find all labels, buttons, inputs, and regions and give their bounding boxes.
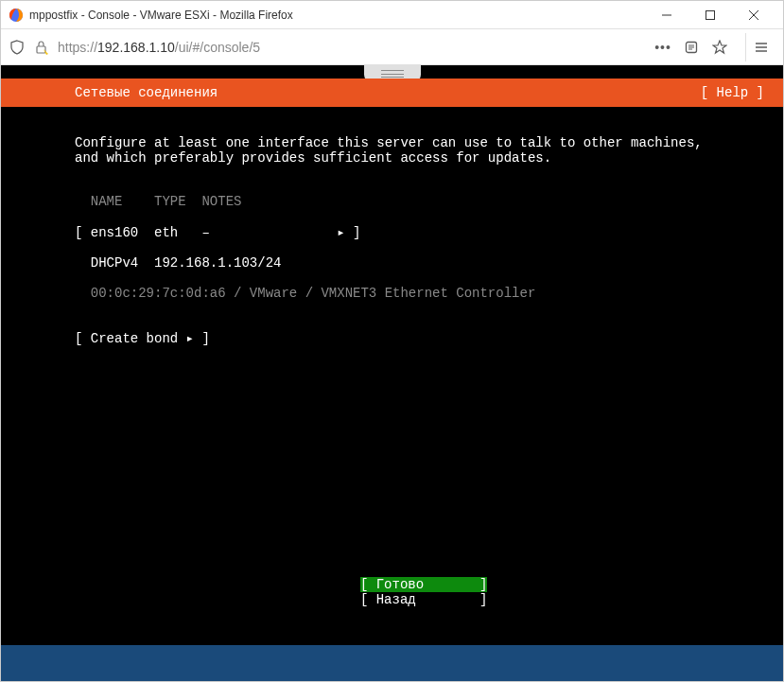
hamburger-menu-icon[interactable] [745, 33, 775, 61]
bookmark-star-icon[interactable] [711, 39, 728, 56]
help-button[interactable]: [ Help ] [701, 85, 764, 100]
interface-row[interactable]: [ ens160 eth – ▸ ] [75, 225, 764, 240]
url-display[interactable]: https://192.168.1.10/ui/#/console/5 [58, 40, 647, 55]
back-button[interactable]: [ Назад ] [360, 592, 487, 607]
svg-rect-2 [706, 10, 715, 19]
mac-address-row: 00:0c:29:7c:0d:a6 / VMware / VMXNET3 Eth… [75, 286, 764, 301]
page-actions-icon[interactable]: ••• [654, 39, 671, 56]
window-titlebar: mppostfix - Console - VMware ESXi - Mozi… [1, 1, 783, 29]
installer-title: Сетевые соединения [75, 85, 218, 100]
tracking-shield-icon[interactable] [9, 39, 26, 56]
address-bar: https://192.168.1.10/ui/#/console/5 ••• [1, 29, 783, 65]
maximize-button[interactable] [688, 1, 732, 29]
svg-rect-5 [37, 46, 45, 53]
installer-header: Сетевые соединения [ Help ] [1, 79, 783, 107]
column-headers: NAME TYPE NOTES [75, 194, 764, 209]
done-button[interactable]: [ Готово ] [360, 577, 487, 592]
minimize-button[interactable] [645, 1, 688, 29]
footer-strip [1, 645, 783, 681]
lock-warning-icon[interactable] [33, 39, 50, 56]
create-bond-button[interactable]: [ Create bond ▸ ] [75, 331, 764, 346]
firefox-icon [9, 8, 24, 23]
reader-mode-icon[interactable] [683, 39, 700, 56]
dhcp-row: DHCPv4 192.168.1.103/24 [75, 255, 764, 271]
window-title: mppostfix - Console - VMware ESXi - Mozi… [29, 9, 645, 22]
instruction-text: Configure at least one interface this se… [75, 135, 764, 166]
vmware-console-frame[interactable]: Сетевые соединения [ Help ] Configure at… [1, 65, 783, 681]
close-button[interactable] [732, 1, 775, 29]
